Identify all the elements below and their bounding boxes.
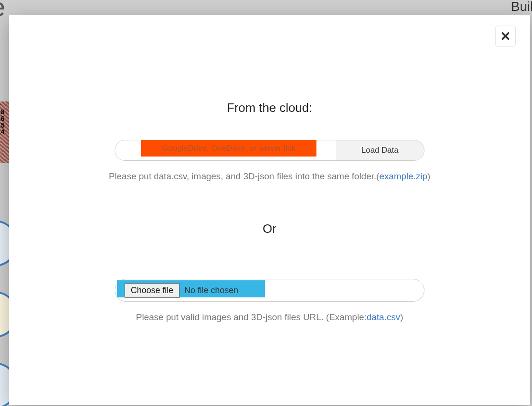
- thumbnail-label-fragment: w0.80.60.50.4: [0, 102, 4, 135]
- close-button[interactable]: [495, 26, 516, 46]
- help-text-prefix: Please put data.csv, images, and 3D-json…: [109, 171, 379, 181]
- example-zip-link[interactable]: example.zip: [379, 171, 427, 181]
- logo-fragment: e: [0, 0, 3, 22]
- or-separator: Or: [9, 221, 530, 236]
- choose-file-button[interactable]: Choose file: [125, 283, 180, 298]
- cloud-input-group: Load Data GoogleDrive, OneDrive, or serv…: [115, 140, 424, 161]
- help-text-suffix: ): [427, 171, 430, 181]
- cloud-section-title: From the cloud:: [9, 101, 530, 115]
- load-data-modal: From the cloud: Load Data GoogleDrive, O…: [9, 15, 530, 405]
- help-text-suffix: ): [400, 312, 403, 322]
- cloud-url-input[interactable]: [115, 140, 336, 160]
- file-input-group[interactable]: Choose file No file chosen: [115, 279, 424, 302]
- help-text-prefix: Please put valid images and 3D-json file…: [136, 312, 367, 322]
- close-icon: [501, 32, 510, 40]
- cloud-help-text: Please put data.csv, images, and 3D-json…: [9, 171, 530, 182]
- local-help-text: Please put valid images and 3D-json file…: [9, 312, 530, 323]
- load-data-button[interactable]: Load Data: [336, 140, 424, 160]
- header-right-fragment: Buildi: [511, 0, 532, 14]
- example-csv-link[interactable]: data.csv: [367, 312, 400, 322]
- file-chosen-status: No file chosen: [184, 286, 238, 295]
